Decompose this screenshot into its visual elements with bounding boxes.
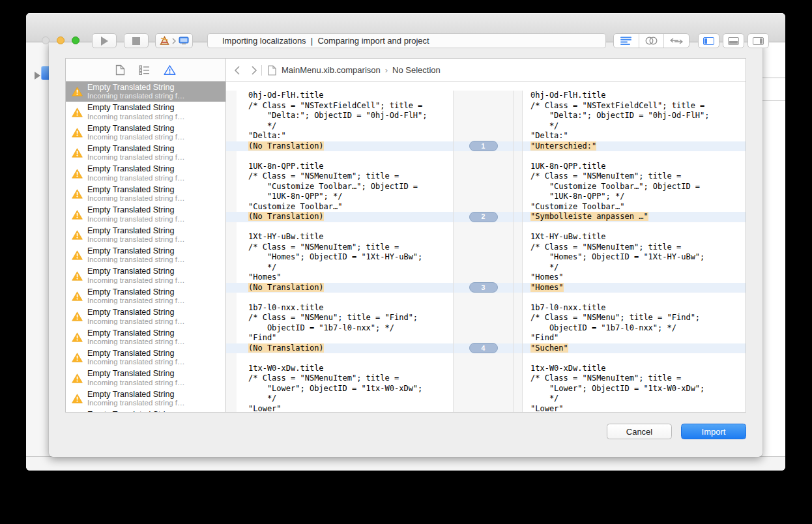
warning-list-item[interactable]: Empty Translated StringIncoming translat… [66,225,225,245]
toggle-inspector-button[interactable] [747,33,769,48]
right-code-cell: "Suchen" [522,343,746,354]
left-gutter [226,202,237,212]
warning-list-item[interactable]: Empty Translated StringIncoming translat… [66,81,225,102]
forward-button[interactable] [252,66,257,75]
toggle-navigator-button[interactable] [698,33,719,48]
issues-sidebar: Empty Translated StringIncoming translat… [66,59,226,412]
diff-change-row[interactable]: (No Translation)3"Homes" [226,283,746,293]
left-gutter [226,272,237,283]
diff-badge[interactable]: 1 [469,141,498,151]
warning-subtitle: Incoming translated string f… [87,215,185,224]
code-row: */ */ [226,263,746,273]
right-gutter [513,313,522,323]
warning-triangle-icon [72,87,83,96]
code-row: "Customize Toolbar…"; ObjectID = "Custom… [226,182,746,192]
warning-list-item[interactable]: Empty Translated StringIncoming translat… [66,204,225,224]
warning-subtitle: Incoming translated string f… [87,338,185,346]
spacer-row [226,151,746,162]
code-row: "Homes""Homes" [226,272,746,283]
diff-gutter [453,91,513,101]
left-code-cell: /* Class = "NSMenuItem"; title = [237,373,453,384]
toggle-debug-area-button[interactable] [723,33,744,48]
stop-button[interactable] [124,33,149,48]
diff-badge[interactable]: 4 [469,343,498,353]
warning-list-item[interactable]: Empty Translated StringIncoming translat… [66,184,225,204]
diff-gutter [453,394,513,404]
left-code-cell: "Lower" [237,404,453,413]
warning-list-item[interactable]: Empty Translated StringIncoming translat… [66,143,225,163]
diff-gutter [453,293,513,303]
diff-gutter [453,202,513,212]
warning-triangle-icon [72,312,83,321]
warning-list-item[interactable]: Empty Translated StringIncoming translat… [66,327,225,347]
editor-mode-segmented-control [613,33,689,48]
left-gutter [226,333,237,343]
warning-list-item[interactable]: Empty Translated StringIncoming translat… [66,123,225,143]
diff-change-row[interactable]: (No Translation)2"Symbolleiste anpassen … [226,212,746,222]
disclosure-triangle-icon[interactable] [35,72,40,80]
warning-list-item[interactable]: Empty Translated StringIncoming translat… [66,388,225,409]
activity-status-field: Importing localizations | Comparing impo… [207,33,606,48]
right-code-cell: 1tx-W0-xDw.title [522,364,746,374]
left-code-cell: */ [237,394,453,404]
version-editor-button[interactable] [663,34,689,48]
warning-title: Empty Translated String [87,205,185,214]
diff-gutter [453,333,513,343]
tab-list-icon[interactable] [139,65,150,75]
minimize-button[interactable] [57,36,65,44]
tab-warnings-icon[interactable] [164,65,176,76]
diff-gutter: 3 [453,283,513,293]
right-code-cell: "Homes"; ObjectID = "1Xt-HY-uBw"; [522,252,746,263]
app-scheme-icon [160,36,169,46]
new-value: "Homes" [530,283,564,292]
breadcrumb-file[interactable]: MainMenu.xib.comparison [282,65,381,75]
assistant-editor-button[interactable] [639,34,664,48]
import-button[interactable]: Import [681,424,746,439]
warning-list-item[interactable]: Empty Translated StringIncoming translat… [66,245,225,265]
scheme-selector[interactable] [155,33,193,48]
warning-list-item[interactable]: Empty Translated StringIncoming translat… [66,266,225,286]
warning-list-item[interactable]: Empty Translated StringIncoming translat… [66,306,225,327]
warning-subtitle: Incoming translated string f… [87,92,185,100]
code-row: "Lower"; ObjectID = "1tx-W0-xDw"; "Lower… [226,384,746,394]
warning-list-item[interactable]: Empty Translated StringIncoming translat… [66,347,225,368]
warning-list-item[interactable]: Empty Translated StringIncoming translat… [66,368,225,388]
diff-gutter [453,364,513,374]
diff-change-row[interactable]: (No Translation)1"Unterschied:" [226,141,746,152]
left-code-cell: ObjectID = "1b7-l0-nxx"; */ [237,323,453,334]
zoom-button[interactable] [72,36,80,44]
warning-title: Empty Translated String [87,369,185,378]
warning-list-item[interactable]: Empty Translated StringIncoming translat… [66,164,225,184]
right-gutter [513,131,522,141]
stop-icon [132,37,140,45]
right-code-cell: "Homes" [522,283,746,293]
warning-list-item[interactable]: Empty Translated StringIncoming translat… [66,102,225,122]
jump-bar: MainMenu.xib.comparison › No Selection [226,59,746,82]
tab-file-icon[interactable] [115,65,125,76]
right-gutter [513,303,522,313]
diff-change-row[interactable]: (No Translation)4"Suchen" [226,343,746,354]
diff-badge[interactable]: 2 [469,212,498,222]
warning-list-item[interactable]: Empty Translated StringIncoming translat… [66,409,225,412]
left-code-cell: (No Translation) [237,283,453,293]
diff-gutter [453,101,513,111]
standard-editor-button[interactable] [614,34,639,48]
left-gutter [226,343,237,354]
diff-gutter: 2 [453,212,513,222]
warning-subtitle: Incoming translated string f… [87,174,185,182]
close-button[interactable] [42,36,50,44]
warning-title: Empty Translated String [87,185,185,194]
left-code-cell: "Customize Toolbar…" [237,202,453,212]
warning-triangle-icon [72,394,83,403]
run-button[interactable] [92,33,117,48]
overlapping-circles-icon [645,36,658,45]
left-gutter [226,394,237,404]
warning-list-item[interactable]: Empty Translated StringIncoming translat… [66,286,225,306]
left-code-cell [237,293,453,303]
breadcrumb-selection[interactable]: No Selection [392,65,441,75]
cancel-button[interactable]: Cancel [607,424,672,439]
back-button[interactable] [234,66,240,75]
left-code-cell: "Customize Toolbar…"; ObjectID = [237,182,453,192]
diff-badge[interactable]: 3 [469,282,498,293]
xcode-window: Importing localizations | Comparing impo… [26,13,785,471]
